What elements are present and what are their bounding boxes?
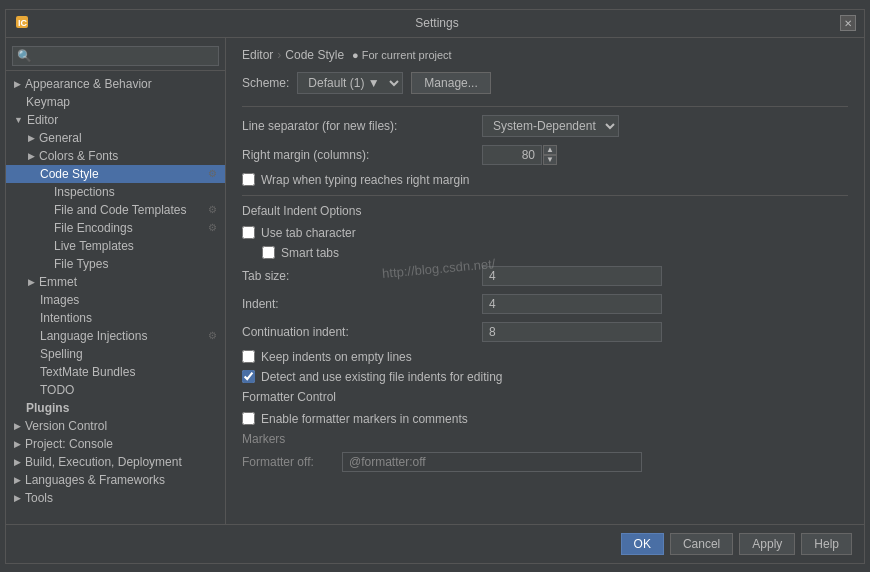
sidebar-label-intentions: Intentions (40, 311, 92, 325)
spinner-down[interactable]: ▼ (543, 155, 557, 165)
sidebar-item-file-code-templates[interactable]: File and Code Templates⚙ (6, 201, 225, 219)
sidebar-item-keymap[interactable]: Keymap (6, 93, 225, 111)
breadcrumb-separator: › (277, 48, 281, 62)
sidebar-label-colors-fonts: Colors & Fonts (39, 149, 118, 163)
sidebar-item-inspections[interactable]: Inspections (6, 183, 225, 201)
sidebar-item-appearance[interactable]: ▶ Appearance & Behavior (6, 75, 225, 93)
cancel-button[interactable]: Cancel (670, 533, 733, 555)
smart-tabs-checkbox[interactable] (262, 246, 275, 259)
sidebar-item-plugins[interactable]: Plugins (6, 399, 225, 417)
arrow-colors-fonts: ▶ (28, 151, 35, 161)
use-tab-checkbox[interactable] (242, 226, 255, 239)
bottom-bar: OK Cancel Apply Help (6, 524, 864, 563)
apply-button[interactable]: Apply (739, 533, 795, 555)
sidebar-item-language-injections[interactable]: Language Injections⚙ (6, 327, 225, 345)
sidebar-label-language-injections: Language Injections (40, 329, 147, 343)
formatter-off-label: Formatter off: (242, 455, 342, 469)
sidebar-label-file-code-templates: File and Code Templates (54, 203, 187, 217)
arrow-emmet: ▶ (28, 277, 35, 287)
arrow-appearance: ▶ (14, 79, 21, 89)
arrow-general: ▶ (28, 133, 35, 143)
right-margin-row: Right margin (columns): ▲ ▼ (242, 145, 848, 165)
continuation-label: Continuation indent: (242, 325, 482, 339)
sidebar-item-textmate-bundles[interactable]: TextMate Bundles (6, 363, 225, 381)
sidebar-label-appearance: Appearance & Behavior (25, 77, 152, 91)
sidebar-label-plugins: Plugins (26, 401, 69, 415)
continuation-row: Continuation indent: (242, 322, 848, 342)
svg-text:IC: IC (18, 18, 28, 28)
settings-icon-language-injections: ⚙ (208, 330, 217, 341)
right-margin-input[interactable] (482, 145, 542, 165)
indent-options-title: Default Indent Options (242, 204, 848, 218)
sidebar-item-tools[interactable]: ▶ Tools (6, 489, 225, 507)
indent-options: Use tab character Smart tabs (242, 226, 848, 260)
sidebar-item-build-exec[interactable]: ▶ Build, Execution, Deployment (6, 453, 225, 471)
sidebar-label-general: General (39, 131, 82, 145)
close-button[interactable]: ✕ (840, 15, 856, 31)
sidebar-item-general[interactable]: ▶ General (6, 129, 225, 147)
title-bar: IC Settings ✕ (6, 10, 864, 38)
manage-button[interactable]: Manage... (411, 72, 490, 94)
search-input[interactable] (12, 46, 219, 66)
smart-tabs-label: Smart tabs (281, 246, 339, 260)
detect-checkbox[interactable] (242, 370, 255, 383)
settings-icon-code-style: ⚙ (208, 168, 217, 179)
breadcrumb-item: Code Style (285, 48, 344, 62)
sidebar-item-intentions[interactable]: Intentions (6, 309, 225, 327)
sidebar-item-images[interactable]: Images (6, 291, 225, 309)
right-margin-label: Right margin (columns): (242, 148, 482, 162)
indent-input[interactable] (482, 294, 662, 314)
sidebar-label-live-templates: Live Templates (54, 239, 134, 253)
sidebar-item-code-style[interactable]: Code Style⚙ (6, 165, 225, 183)
enable-formatter-row: Enable formatter markers in comments (242, 412, 848, 426)
smart-tabs-row: Smart tabs (262, 246, 848, 260)
breadcrumb: Editor › Code Style ● For current projec… (242, 48, 848, 62)
sidebar-item-file-types[interactable]: File Types (6, 255, 225, 273)
sidebar-label-inspections: Inspections (54, 185, 115, 199)
continuation-input[interactable] (482, 322, 662, 342)
spinner-up[interactable]: ▲ (543, 145, 557, 155)
sidebar-item-todo[interactable]: TODO (6, 381, 225, 399)
window-title: Settings (34, 16, 840, 30)
scheme-row: Scheme: Default (1) ▼ Manage... (242, 72, 848, 94)
sidebar-label-build-exec: Build, Execution, Deployment (25, 455, 182, 469)
wrap-label: Wrap when typing reaches right margin (261, 173, 470, 187)
sidebar-item-file-encodings[interactable]: File Encodings⚙ (6, 219, 225, 237)
main-panel: Editor › Code Style ● For current projec… (226, 38, 864, 524)
sidebar-label-file-encodings: File Encodings (54, 221, 133, 235)
line-separator-label: Line separator (for new files): (242, 119, 482, 133)
sidebar-label-project-console: Project: Console (25, 437, 113, 451)
sidebar-item-live-templates[interactable]: Live Templates (6, 237, 225, 255)
sidebar-label-keymap: Keymap (26, 95, 70, 109)
sidebar-item-emmet[interactable]: ▶ Emmet (6, 273, 225, 291)
sidebar-label-languages: Languages & Frameworks (25, 473, 165, 487)
app-logo: IC (14, 14, 30, 33)
arrow-build-exec: ▶ (14, 457, 21, 467)
ok-button[interactable]: OK (621, 533, 664, 555)
keep-indents-checkbox[interactable] (242, 350, 255, 363)
keep-indents-row: Keep indents on empty lines (242, 350, 848, 364)
enable-formatter-checkbox[interactable] (242, 412, 255, 425)
sidebar-item-editor[interactable]: ▼ Editor (6, 111, 225, 129)
line-separator-select[interactable]: System-Dependent (482, 115, 619, 137)
sidebar-item-spelling[interactable]: Spelling (6, 345, 225, 363)
detect-label: Detect and use existing file indents for… (261, 370, 502, 384)
sidebar-item-version-control[interactable]: ▶ Version Control (6, 417, 225, 435)
formatter-off-input[interactable] (342, 452, 642, 472)
markers-label: Markers (242, 432, 848, 446)
divider-2 (242, 195, 848, 196)
settings-dialog: IC Settings ✕ ▶ Appearance & BehaviorKey… (5, 9, 865, 564)
tab-size-input[interactable] (482, 266, 662, 286)
arrow-tools: ▶ (14, 493, 21, 503)
sidebar-item-project-console[interactable]: ▶ Project: Console (6, 435, 225, 453)
sidebar-label-code-style: Code Style (40, 167, 99, 181)
sidebar-item-colors-fonts[interactable]: ▶ Colors & Fonts (6, 147, 225, 165)
wrap-checkbox[interactable] (242, 173, 255, 186)
sidebar-label-tools: Tools (25, 491, 53, 505)
divider-1 (242, 106, 848, 107)
help-button[interactable]: Help (801, 533, 852, 555)
scheme-select[interactable]: Default (1) ▼ (297, 72, 403, 94)
sidebar-label-file-types: File Types (54, 257, 108, 271)
sidebar-item-languages[interactable]: ▶ Languages & Frameworks (6, 471, 225, 489)
arrow-project-console: ▶ (14, 439, 21, 449)
